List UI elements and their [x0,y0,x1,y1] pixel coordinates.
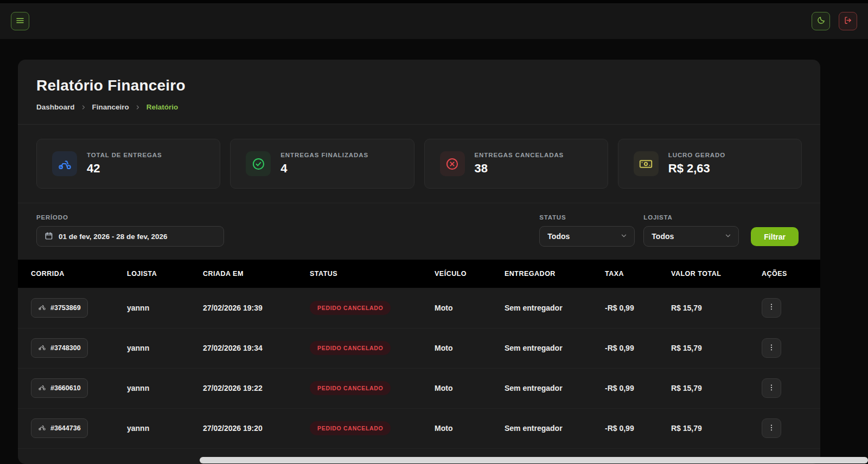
col-header-criada-em: CRIADA EM [197,260,304,288]
period-value: 01 de fev, 2026 - 28 de fev, 2026 [59,233,168,241]
col-header-taxa: TAXA [599,260,666,288]
row-actions-button[interactable] [762,378,781,398]
stat-value: 4 [280,162,368,176]
criada-em-cell: 27/02/2026 19:39 [197,288,304,328]
taxa-cell: -R$ 0,99 [599,368,666,408]
veiculo-cell: Moto [429,408,499,448]
lojista-select[interactable]: Todos [643,226,739,247]
entregador-cell: Sem entregador [499,408,599,448]
corrida-chip[interactable]: #3660610 [31,378,88,398]
status-select[interactable]: Todos [539,226,635,247]
stat-card-total-entregas: TOTAL DE ENTREGAS 42 [36,139,220,189]
filter-button[interactable]: Filtrar [751,227,799,246]
status-badge: PEDIDO CANCELADO [310,341,391,355]
col-header-veiculo: VEÍCULO [429,260,499,288]
veiculo-cell: Moto [429,288,499,328]
chevron-down-icon [620,232,628,241]
stat-value: 38 [475,162,564,176]
taxa-cell: -R$ 0,99 [599,328,666,368]
stat-card-lucro-gerado: LUCRO GERADO R$ 2,63 [618,139,802,189]
card-header: Relatório Financeiro Dashboard Financeir… [18,60,820,125]
horizontal-scrollbar [0,456,868,464]
table-row: #3748300 yannn 27/02/2026 19:34 PEDIDO C… [18,328,820,368]
row-actions-button[interactable] [762,298,781,318]
lojista-cell: yannn [122,368,197,408]
breadcrumb: Dashboard Financeiro Relatório [36,103,802,111]
deliveries-table: CORRIDA LOJISTA CRIADA EM STATUS VEÍCULO… [18,260,820,449]
page-title: Relatório Financeiro [36,77,802,94]
table-body: #3753869 yannn 27/02/2026 19:39 PEDIDO C… [18,288,820,448]
col-header-acoes: AÇÕES [756,260,820,288]
lojista-value: Todos [652,232,674,241]
status-label: STATUS [539,214,635,221]
theme-toggle-button[interactable] [812,12,830,30]
col-header-lojista: LOJISTA [122,260,197,288]
col-header-valor-total: VALOR TOTAL [666,260,756,288]
check-circle-icon [246,151,271,176]
table-head: CORRIDA LOJISTA CRIADA EM STATUS VEÍCULO… [18,260,820,288]
chevron-right-icon [135,104,141,111]
stat-value: R$ 2,63 [668,162,725,176]
period-label: PERÍODO [36,214,224,221]
chevron-down-icon [724,232,732,241]
hamburger-icon [15,16,25,27]
status-value: Todos [547,232,570,241]
financial-report-card: Relatório Financeiro Dashboard Financeir… [18,60,820,464]
col-header-corrida: CORRIDA [18,260,122,288]
valor-total-cell: R$ 15,79 [666,368,756,408]
stat-label: TOTAL DE ENTREGAS [87,152,162,158]
corrida-chip[interactable]: #3644736 [31,418,88,438]
veiculo-cell: Moto [429,368,499,408]
logout-button[interactable] [839,12,857,30]
breadcrumb-financeiro[interactable]: Financeiro [92,103,129,111]
lojista-cell: yannn [122,328,197,368]
scooter-icon [38,343,46,353]
corrida-chip[interactable]: #3753869 [31,298,88,318]
vertical-dots-icon [767,302,776,313]
scooter-icon [52,151,77,176]
moon-icon [816,16,826,27]
period-date-range-input[interactable]: 01 de fev, 2026 - 28 de fev, 2026 [36,226,224,247]
table-row: #3753869 yannn 27/02/2026 19:39 PEDIDO C… [18,288,820,328]
corrida-id: #3748300 [50,344,81,352]
row-actions-button[interactable] [762,418,781,438]
scooter-icon [38,423,46,433]
lojista-filter: LOJISTA Todos [643,214,739,247]
chevron-right-icon [80,104,87,111]
scooter-icon [38,383,46,393]
table-row: #3660610 yannn 27/02/2026 19:22 PEDIDO C… [18,368,820,408]
stat-card-entregas-canceladas: ENTREGAS CANCELADAS 38 [424,139,608,189]
page: Relatório Financeiro Dashboard Financeir… [0,39,868,464]
row-actions-button[interactable] [762,338,781,358]
valor-total-cell: R$ 15,79 [666,408,756,448]
lojista-cell: yannn [122,288,197,328]
taxa-cell: -R$ 0,99 [599,288,666,328]
menu-button[interactable] [11,12,29,30]
criada-em-cell: 27/02/2026 19:22 [197,368,304,408]
sign-out-icon [844,16,853,27]
corrida-chip[interactable]: #3748300 [31,338,88,358]
money-icon [634,151,659,176]
corrida-id: #3660610 [50,384,81,392]
horizontal-scrollbar-thumb[interactable] [200,457,868,463]
stat-label: ENTREGAS FINALIZADAS [280,152,368,158]
breadcrumb-dashboard[interactable]: Dashboard [36,103,75,111]
x-circle-icon [440,151,465,176]
topbar-actions [812,12,857,30]
vertical-dots-icon [767,383,776,394]
corrida-id: #3644736 [50,424,81,432]
criada-em-cell: 27/02/2026 19:20 [197,408,304,448]
filters-right: STATUS Todos LOJISTA Todos [539,214,799,247]
period-filter: PERÍODO 01 de fev, 2026 - 28 de fev, 202… [36,214,224,247]
col-header-entregador: ENTREGADOR [499,260,599,288]
corrida-id: #3753869 [50,304,81,312]
stat-label: ENTREGAS CANCELADAS [475,152,564,158]
lojista-label: LOJISTA [643,214,739,221]
status-badge: PEDIDO CANCELADO [310,421,391,435]
col-header-status: STATUS [304,260,429,288]
stats-row: TOTAL DE ENTREGAS 42 ENTREGAS FINALIZADA… [18,125,820,203]
entregador-cell: Sem entregador [499,288,599,328]
criada-em-cell: 27/02/2026 19:34 [197,328,304,368]
veiculo-cell: Moto [429,328,499,368]
vertical-dots-icon [767,343,776,353]
